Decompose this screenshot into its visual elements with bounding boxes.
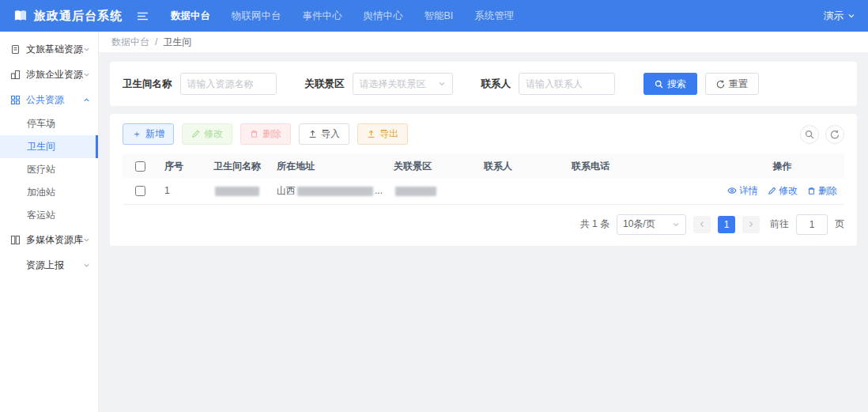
- sidebar-item-parking-lot[interactable]: 停车场: [0, 112, 98, 135]
- search-panel: 卫生间名称 关联景区 请选择关联景区 联系人: [110, 62, 857, 106]
- trash-icon: [807, 187, 816, 195]
- next-page-button[interactable]: [742, 216, 760, 233]
- sidebar-item-toilet[interactable]: 卫生间: [0, 135, 98, 158]
- eye-icon: [727, 186, 737, 195]
- top-nav-iot-center[interactable]: 物联网中台: [232, 9, 281, 23]
- table-row: 1 山西...: [123, 178, 844, 204]
- goto-page-input[interactable]: [796, 214, 828, 235]
- sidebar-item-passenger-station[interactable]: 客运站: [0, 204, 98, 227]
- chevron-down-icon: [438, 80, 446, 88]
- reset-button[interactable]: 重置: [705, 73, 759, 95]
- sidebar-collapse-icon[interactable]: [137, 11, 149, 21]
- edit-link[interactable]: 修改: [768, 184, 798, 198]
- column-header-contact: 联系人: [477, 154, 565, 178]
- sidebar-item-resource-report[interactable]: 资源上报: [0, 252, 98, 278]
- delete-link[interactable]: 删除: [807, 184, 837, 198]
- table-panel: ＋ 新增 修改: [110, 114, 857, 246]
- add-button[interactable]: ＋ 新增: [123, 123, 174, 145]
- import-button[interactable]: 导入: [299, 123, 349, 145]
- chevron-down-icon: [83, 71, 90, 78]
- top-nav-system-management[interactable]: 系统管理: [474, 9, 514, 23]
- table-refresh-icon[interactable]: [825, 125, 844, 144]
- toilet-name-field-group: 卫生间名称: [123, 73, 277, 95]
- scenic-area-label: 关联景区: [305, 77, 345, 91]
- edit-icon: [768, 187, 776, 195]
- cell-address: 山西...: [270, 178, 387, 204]
- toilet-name-label: 卫生间名称: [123, 77, 172, 91]
- column-header-seq: 序号: [158, 154, 207, 178]
- grid-icon: [10, 95, 21, 105]
- chevron-down-icon: [672, 221, 680, 229]
- app-title: 旅政通后台系统: [34, 9, 123, 24]
- sidebar-item-multimedia-resource-library[interactable]: 多媒体资源库: [0, 227, 98, 252]
- pagination: 共 1 条 10条/页 1: [123, 214, 844, 235]
- sidebar: 文旅基础资源 涉旅企业资源: [0, 32, 99, 412]
- column-header-phone: 联系电话: [565, 154, 720, 178]
- app-logo-icon: [13, 8, 28, 24]
- sidebar-item-culture-base-resources[interactable]: 文旅基础资源: [0, 36, 98, 62]
- top-nav-event-center[interactable]: 事件中心: [303, 9, 342, 23]
- select-all-checkbox[interactable]: [135, 161, 145, 172]
- scenic-area-select[interactable]: 请选择关联景区: [353, 73, 453, 95]
- upload-icon: [308, 130, 317, 138]
- prev-page-button[interactable]: [693, 216, 711, 233]
- column-header-address: 所在地址: [270, 154, 387, 178]
- chevron-up-icon: [83, 96, 90, 104]
- toilet-name-input[interactable]: [180, 73, 277, 95]
- breadcrumb-root[interactable]: 数据中台: [111, 36, 149, 49]
- main-area: 数据中台 / 卫生间 卫生间名称 关联景区 请选择关联景区: [99, 32, 868, 412]
- media-icon: [10, 235, 21, 245]
- app-window: 旅政通后台系统 数据中台 物联网中台 事件中心 舆情中心 智能BI 系统管理 演…: [0, 0, 868, 412]
- document-icon: [10, 44, 21, 55]
- column-header-scenic: 关联景区: [387, 154, 477, 178]
- user-menu[interactable]: 演示: [824, 9, 855, 23]
- delete-button[interactable]: 删除: [240, 123, 291, 145]
- sidebar-item-public-resources[interactable]: 公共资源: [0, 87, 98, 112]
- sidebar-item-label: 文旅基础资源: [26, 43, 83, 56]
- sidebar-item-gas-station[interactable]: 加油站: [0, 181, 98, 204]
- edit-icon: [191, 130, 200, 138]
- goto-label: 前往: [770, 217, 789, 231]
- sidebar-item-tourism-enterprise-resources[interactable]: 涉旅企业资源: [0, 62, 98, 87]
- chevron-down-icon: [83, 262, 90, 269]
- breadcrumb-current: 卫生间: [163, 36, 191, 49]
- row-actions: 详情 修改: [726, 184, 838, 198]
- toolbar-right-icons: [800, 125, 844, 144]
- breadcrumb: 数据中台 / 卫生间: [99, 32, 868, 53]
- sidebar-item-label: 资源上报: [26, 259, 64, 272]
- sidebar-item-medical-station[interactable]: 医疗站: [0, 158, 98, 181]
- refresh-icon: [716, 80, 725, 89]
- scenic-area-field-group: 关联景区 请选择关联景区: [305, 73, 453, 95]
- sidebar-item-label: 涉旅企业资源: [26, 68, 83, 81]
- column-header-name: 卫生间名称: [207, 154, 270, 178]
- edit-button[interactable]: 修改: [182, 123, 232, 145]
- breadcrumb-separator: /: [155, 36, 157, 47]
- page-size-select[interactable]: 10条/页: [617, 214, 686, 235]
- detail-link[interactable]: 详情: [727, 184, 758, 198]
- pagination-total: 共 1 条: [580, 217, 609, 231]
- data-table: 序号 卫生间名称 所在地址 关联景区 联系人 联系电话 操作: [123, 154, 844, 205]
- upload-icon: [367, 130, 376, 138]
- top-nav-data-center[interactable]: 数据中台: [171, 9, 210, 23]
- sidebar-item-label: 多媒体资源库: [26, 233, 83, 247]
- chevron-down-icon: [847, 12, 855, 20]
- cell-phone: [565, 178, 720, 204]
- chevron-down-icon: [83, 46, 90, 53]
- content-area: 卫生间名称 关联景区 请选择关联景区 联系人: [99, 53, 868, 412]
- export-button[interactable]: 导出: [357, 123, 408, 145]
- contact-input[interactable]: [519, 73, 615, 95]
- cell-scenic-redacted: [387, 178, 477, 204]
- app-logo: 旅政通后台系统: [13, 8, 123, 24]
- table-header-row: 序号 卫生间名称 所在地址 关联景区 联系人 联系电话 操作: [123, 154, 844, 178]
- column-header-actions: 操作: [720, 154, 844, 178]
- top-nav-smart-bi[interactable]: 智能BI: [425, 9, 454, 23]
- cell-seq: 1: [158, 178, 207, 204]
- top-nav-opinion-center[interactable]: 舆情中心: [364, 9, 403, 23]
- search-button[interactable]: 搜索: [643, 73, 697, 95]
- table-search-icon[interactable]: [800, 125, 819, 144]
- top-nav: 数据中台 物联网中台 事件中心 舆情中心 智能BI 系统管理: [171, 9, 514, 23]
- user-name: 演示: [824, 9, 843, 23]
- page-unit-label: 页: [835, 217, 844, 231]
- row-checkbox[interactable]: [135, 186, 145, 196]
- page-number-1[interactable]: 1: [718, 216, 735, 233]
